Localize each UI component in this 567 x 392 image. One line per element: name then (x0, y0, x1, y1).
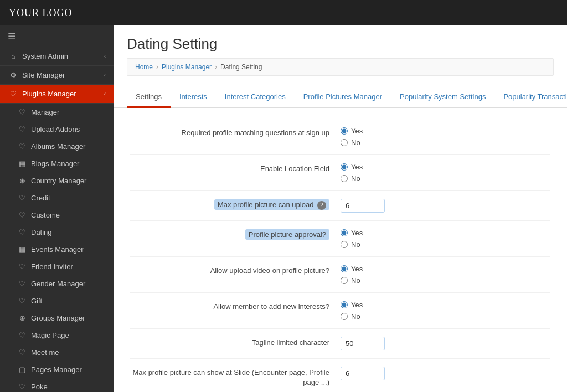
sidebar-item-label: Upload Addons (31, 125, 80, 133)
radio-label-no-video: No (351, 276, 360, 285)
chevron-icon: ‹ (104, 72, 106, 78)
max-profile-slide-input[interactable] (341, 367, 385, 380)
sidebar-item-poke[interactable]: ♡ Poke (0, 378, 114, 392)
sidebar-item-label: Dating (31, 228, 52, 236)
radio-input-yes-video[interactable] (341, 265, 348, 272)
logo: Your logo (9, 7, 73, 19)
form-label-max-profile-slide: Max profile picture can show at Slide (E… (130, 367, 341, 388)
hamburger-button[interactable]: ☰ (0, 25, 114, 47)
sidebar-item-label: Country Manager (31, 177, 86, 185)
tab-popularity-transactions[interactable]: Popularity Transactions (494, 87, 567, 108)
people-icon: ⊕ (18, 314, 27, 322)
radio-label-no-interests: No (351, 312, 360, 321)
sidebar-item-label: Albums Manager (31, 142, 85, 151)
radio-label-yes-video: Yes (351, 265, 363, 273)
tab-popularity-system-settings[interactable]: Popularity System Settings (391, 87, 494, 108)
topbar: Your logo (0, 0, 567, 25)
radio-yes-required[interactable]: Yes (341, 127, 363, 135)
radio-no-approval[interactable]: No (341, 240, 363, 249)
heart-icon: ♡ (18, 108, 27, 116)
sidebar-item-label: Site Manager (22, 71, 65, 79)
radio-label-yes-location: Yes (351, 163, 363, 171)
sidebar: ☰ ⌂ System Admin ‹ ⚙ Site Manager ‹ ♡ Pl… (0, 25, 114, 392)
sidebar-item-magic-page[interactable]: ♡ Magic Page (0, 327, 114, 344)
sidebar-item-dating[interactable]: ♡ Dating (0, 224, 114, 241)
globe-icon: ⊕ (18, 177, 27, 185)
sidebar-item-manager[interactable]: ♡ Manager (0, 104, 114, 121)
radio-yes-location[interactable]: Yes (341, 163, 363, 171)
radio-label-no-location: No (351, 174, 360, 183)
sidebar-item-albums-manager[interactable]: ♡ Albums Manager (0, 138, 114, 155)
radio-yes-interests[interactable]: Yes (341, 301, 363, 309)
radio-input-yes-approval[interactable] (341, 229, 348, 236)
sidebar-item-gift[interactable]: ♡ Gift (0, 292, 114, 310)
sidebar-item-credit[interactable]: ♡ Credit (0, 189, 114, 207)
radio-no-required[interactable]: No (341, 138, 363, 147)
breadcrumb-sep-1: › (156, 63, 158, 71)
sidebar-item-events-manager[interactable]: ▦ Events Manager (0, 241, 114, 258)
form-label-enable-location: Enable Location Field (130, 163, 341, 174)
form-row-allow-upload-video: Allow upload video on profile picture? Y… (130, 257, 550, 293)
sidebar-item-pages-manager[interactable]: ▢ Pages Manager (0, 361, 114, 378)
radio-no-location[interactable]: No (341, 174, 363, 183)
radio-input-yes-interests[interactable] (341, 301, 348, 308)
max-profile-picture-input[interactable] (341, 199, 385, 213)
sidebar-item-site-manager[interactable]: ⚙ Site Manager ‹ (0, 66, 114, 85)
settings-form: Required profile matching questions at s… (114, 108, 567, 392)
sidebar-item-country-manager[interactable]: ⊕ Country Manager (0, 172, 114, 189)
radio-yes-video[interactable]: Yes (341, 265, 363, 273)
radio-no-interests[interactable]: No (341, 312, 363, 321)
form-control-allow-interests: Yes No (341, 301, 363, 321)
tagline-input[interactable] (341, 337, 385, 350)
form-control-tagline (341, 337, 385, 350)
sidebar-item-label: System Admin (22, 52, 68, 60)
sidebar-item-meet-me[interactable]: ♡ Meet me (0, 344, 114, 361)
sidebar-item-upload-addons[interactable]: ♡ Upload Addons (0, 121, 114, 138)
sidebar-item-gender-manager[interactable]: ♡ Gender Manager (0, 275, 114, 292)
radio-input-no-location[interactable] (341, 175, 348, 182)
radio-label-no: No (351, 138, 360, 147)
sidebar-item-label: Pages Manager (31, 365, 82, 374)
sidebar-item-system-admin[interactable]: ⌂ System Admin ‹ (0, 47, 114, 66)
plugin-icon: ♡ (9, 90, 18, 98)
sidebar-item-label: Gift (31, 297, 42, 305)
breadcrumb-plugins[interactable]: Plugins Manager (162, 63, 212, 71)
sidebar-item-label: Manager (31, 108, 59, 116)
radio-no-video[interactable]: No (341, 276, 363, 285)
sidebar-item-friend-inviter[interactable]: ♡ Friend Inviter (0, 258, 114, 275)
heart-icon: ♡ (18, 211, 27, 219)
tab-interests[interactable]: Interests (171, 87, 216, 108)
radio-input-no-video[interactable] (341, 277, 348, 284)
breadcrumb-home[interactable]: Home (135, 63, 153, 71)
tab-settings[interactable]: Settings (127, 87, 171, 108)
sidebar-item-custome[interactable]: ♡ Custome (0, 207, 114, 224)
heart-icon: ♡ (18, 142, 27, 151)
heart-icon: ♡ (18, 331, 27, 339)
form-control-profile-picture-approval: Yes No (341, 229, 363, 249)
sidebar-item-groups-manager[interactable]: ⊕ Groups Manager (0, 310, 114, 327)
tab-profile-pictures-manager[interactable]: Profile Pictures Manager (295, 87, 391, 108)
form-control-required-profile-matching: Yes No (341, 127, 363, 147)
form-label-profile-picture-approval: Profile picture approval? (130, 229, 341, 240)
form-label-tagline: Tagline limited character (130, 337, 341, 348)
tooltip-icon[interactable]: ? (317, 201, 326, 210)
grid-icon: ▦ (18, 159, 27, 168)
form-label-allow-upload-video: Allow upload video on profile picture? (130, 265, 341, 276)
radio-input-no-approval[interactable] (341, 241, 348, 248)
radio-input-yes-location[interactable] (341, 163, 348, 171)
sidebar-item-label: Friend Inviter (31, 262, 73, 271)
radio-input-yes[interactable] (341, 127, 348, 135)
radio-yes-approval[interactable]: Yes (341, 229, 363, 237)
form-control-max-profile-slide (341, 367, 385, 380)
radio-input-no[interactable] (341, 139, 348, 146)
heart-icon: ♡ (18, 194, 27, 202)
sidebar-item-label: Groups Manager (31, 314, 85, 322)
sidebar-item-blogs-manager[interactable]: ▦ Blogs Manager (0, 155, 114, 172)
sidebar-item-label: Meet me (31, 348, 59, 357)
radio-input-no-interests[interactable] (341, 313, 348, 320)
heart-icon: ♡ (18, 297, 27, 305)
highlight-approval-label: Profile picture approval? (245, 229, 329, 240)
sidebar-item-plugins-manager[interactable]: ♡ Plugins Manager ‹ (0, 85, 114, 104)
heart-icon: ♡ (18, 262, 27, 271)
tab-interest-categories[interactable]: Interest Categories (216, 87, 295, 108)
